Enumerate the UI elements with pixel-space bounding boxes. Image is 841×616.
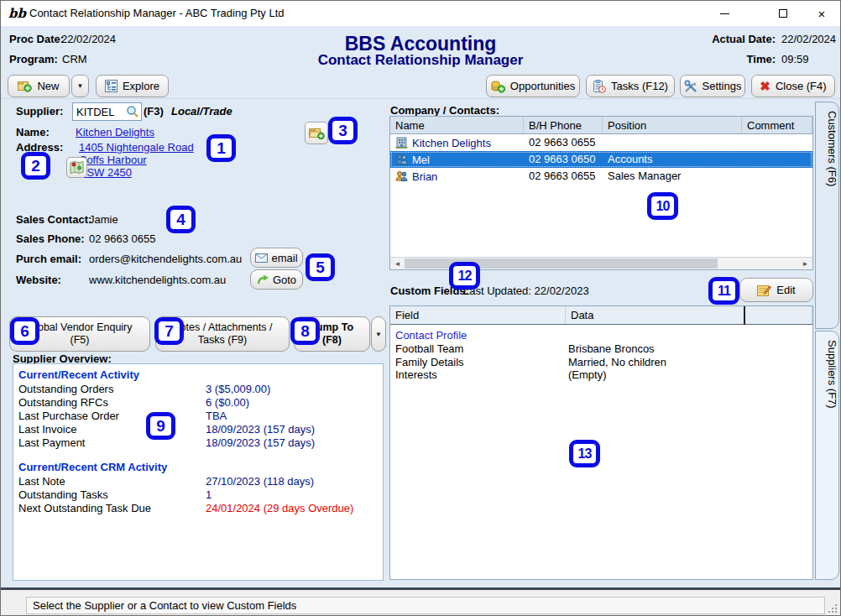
contact-name: Kitchen Delights (412, 137, 491, 149)
maximize-button[interactable] (764, 1, 802, 26)
folder-add-icon (309, 126, 325, 140)
address-line1-link[interactable]: 1405 Nightengale Road (79, 141, 194, 154)
close-icon: ✖ (760, 79, 770, 94)
overview-row-value: 18/09/2023 (157 days) (206, 423, 315, 436)
overview-row-label: Outstanding Tasks (18, 488, 108, 501)
column-header-field[interactable]: Field (390, 306, 566, 324)
address-line2-link[interactable]: Coffs Harbour (79, 154, 147, 166)
contact-name: Brian (412, 170, 437, 183)
sales-phone-label: Sales Phone: (16, 232, 85, 245)
custom-field-name-link[interactable]: Contact Profile (395, 329, 467, 342)
opportunities-icon (491, 80, 505, 93)
custom-field-data: Brisbane Broncos (568, 342, 655, 355)
annotation-5: 5 (306, 253, 335, 281)
time-label: Time: (710, 53, 776, 65)
sales-phone-value: 02 9663 0655 (89, 232, 156, 245)
close-window-icon: × (818, 8, 826, 20)
company-contacts-title: Company / Contacts: (390, 104, 499, 117)
edit-button[interactable]: Edit (739, 278, 813, 302)
edit-icon (757, 284, 771, 297)
contact-comment (742, 151, 812, 168)
email-icon (255, 253, 268, 263)
column-header-comment[interactable]: Comment (742, 117, 812, 133)
website-label: Website: (16, 274, 61, 286)
new-dropdown-button[interactable]: ▼ (71, 75, 89, 97)
scroll-left-icon[interactable]: ◄ (391, 258, 404, 269)
search-icon[interactable] (126, 105, 139, 118)
actual-date-value: 22/02/2024 (781, 33, 836, 45)
overview-row-label: Last Invoice (18, 423, 76, 436)
name-label: Name: (16, 126, 50, 138)
settings-button-label: Settings (703, 80, 742, 92)
explore-button[interactable]: Explore (96, 75, 169, 97)
sales-contact-value: Jamie (89, 213, 118, 226)
jump-to-dropdown-button[interactable]: ▼ (371, 316, 386, 352)
column-header-name[interactable]: Name (390, 117, 524, 133)
column-header-data[interactable]: Data (566, 306, 812, 324)
overview-section-heading: Current/Recent CRM Activity (18, 461, 167, 473)
tab-suppliers[interactable]: Suppliers (F7) (815, 331, 839, 580)
map-button[interactable] (66, 157, 87, 178)
overview-row-label: Next Outstanding Task Due (18, 502, 151, 514)
custom-fields-last-updated: Last Updated: 22/02/2023 (463, 285, 589, 297)
annotation-4: 4 (166, 206, 196, 233)
explore-icon (105, 80, 118, 92)
tasks-button[interactable]: Tasks (F12) (586, 75, 675, 97)
new-button[interactable]: New (8, 75, 70, 97)
contact-icon (395, 154, 408, 165)
contact-icon (395, 170, 408, 182)
contact-comment (742, 134, 812, 151)
custom-fields-table: Field Data Contact Profile Football Team… (389, 305, 813, 580)
contacts-table-header: Name B/H Phone Position Comment (390, 117, 812, 134)
contact-row-company[interactable]: Kitchen Delights 02 9663 0655 (390, 134, 812, 151)
annotation-13: 13 (569, 440, 600, 467)
opportunities-button[interactable]: Opportunities (486, 75, 580, 97)
column-header-phone[interactable]: B/H Phone (524, 117, 603, 133)
annotation-10: 10 (647, 192, 678, 220)
contacts-table: Name B/H Phone Position Comment Kitchen … (389, 116, 813, 257)
supplier-name-link[interactable]: Kitchen Delights (76, 126, 154, 138)
tasks-icon (593, 80, 606, 93)
settings-icon (684, 80, 697, 93)
header-divider (744, 306, 745, 325)
close-window-button[interactable]: × (802, 1, 841, 26)
contact-row[interactable]: Brian 02 9663 0655 Sales Manager (390, 168, 812, 185)
contact-phone: 02 9663 0650 (524, 151, 603, 168)
new-button-label: New (37, 80, 59, 92)
overview-row-label: Last Purchase Order (18, 410, 119, 422)
tab-customers[interactable]: Customers (F6) (815, 102, 839, 329)
contact-name: Mel (412, 154, 430, 166)
overview-row-label: Last Note (18, 475, 65, 488)
annotation-7: 7 (154, 317, 184, 345)
overview-row-value: 1 (206, 488, 212, 501)
contact-row-selected[interactable]: Mel 02 9663 0650 Accounts (390, 151, 812, 168)
overview-row-label: Outstanding Orders (18, 383, 113, 395)
purch-email-label: Purch email: (16, 253, 81, 265)
settings-button[interactable]: Settings (680, 75, 745, 97)
toolbar-separator (1, 98, 841, 99)
actual-date-label: Actual Date: (710, 33, 776, 45)
custom-field-name: Interests (395, 368, 437, 381)
status-bar: Select the Supplier or a Contact to view… (1, 590, 841, 616)
title-bar: bb Contact Relationship Manager - ABC Tr… (1, 1, 841, 26)
contact-position: Accounts (603, 151, 742, 168)
annotation-11: 11 (708, 277, 739, 305)
overview-row-value: 6 ($0.00) (206, 396, 249, 409)
supplier-type-label: Local/Trade (171, 105, 232, 117)
chevron-down-icon: ▼ (375, 328, 382, 341)
resize-grip-icon[interactable] (828, 604, 837, 613)
app-logo-icon: bb (8, 5, 25, 22)
goto-button[interactable]: Goto (250, 269, 303, 290)
open-folder-button[interactable] (305, 122, 328, 144)
overview-row-value: 18/09/2023 (157 days) (206, 436, 315, 449)
scroll-right-icon[interactable]: ► (799, 258, 812, 269)
overview-row-value: 27/10/2023 (118 days) (206, 475, 314, 488)
contact-comment (742, 168, 812, 185)
company-icon (395, 137, 408, 149)
new-icon (18, 80, 32, 92)
close-button[interactable]: ✖ Close (F4) (751, 75, 835, 97)
column-header-position[interactable]: Position (603, 117, 742, 133)
email-button[interactable]: email (250, 248, 303, 268)
minimize-button[interactable] (705, 1, 744, 26)
supplier-label: Supplier: (16, 105, 63, 117)
